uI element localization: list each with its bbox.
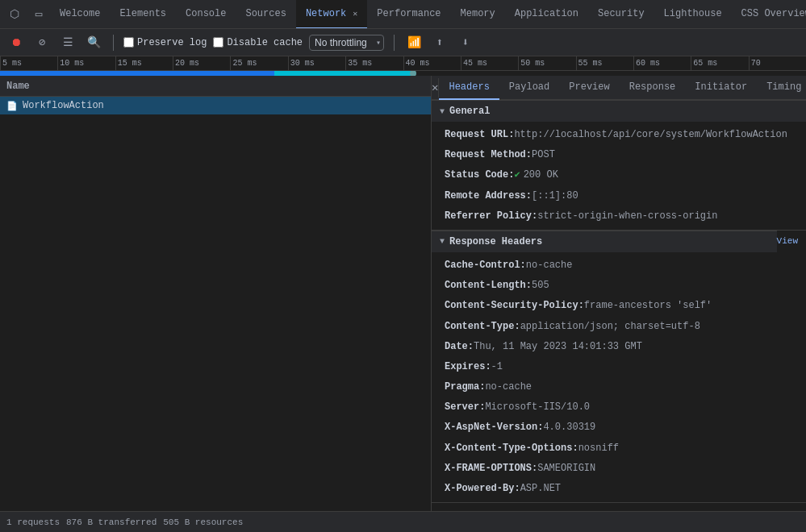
- dock-icon[interactable]: ⬡: [3, 3, 26, 26]
- tab-css-overview[interactable]: CSS Overview: [732, 0, 806, 29]
- tab-initiator[interactable]: Initiator: [685, 76, 757, 100]
- response-headers-section: ▼ Response Headers View Cache-Control: n…: [432, 231, 806, 503]
- general-section-header[interactable]: ▼ General: [432, 100, 806, 122]
- tab-response[interactable]: Response: [620, 76, 686, 100]
- download-icon[interactable]: ⬇: [456, 33, 475, 52]
- tab-sources[interactable]: Sources: [236, 0, 295, 29]
- x-powered-by-row: X-Powered-By: ASP.NET: [432, 479, 806, 499]
- progress-dot: [410, 71, 416, 76]
- tick-0: 5 ms: [0, 56, 57, 71]
- cache-control-value: no-cache: [526, 258, 573, 273]
- device-icon[interactable]: ▭: [27, 3, 50, 26]
- tab-timing[interactable]: Timing: [757, 76, 806, 100]
- request-method-value: POST: [532, 148, 555, 163]
- more-menu-button[interactable]: ☰: [58, 33, 77, 52]
- upload-icon[interactable]: ⬆: [430, 33, 449, 52]
- tab-performance[interactable]: Performance: [367, 0, 450, 29]
- csp-row: Content-Security-Policy: frame-ancestors…: [432, 296, 806, 316]
- tab-security[interactable]: Security: [588, 0, 654, 29]
- cache-control-row: Cache-Control: no-cache: [432, 256, 806, 276]
- x-content-type-options-value: nosniff: [578, 441, 619, 456]
- status-ok-icon: ✔: [514, 168, 520, 183]
- record-button[interactable]: ⏺: [6, 33, 26, 52]
- response-headers-section-header[interactable]: ▼ Response Headers: [432, 231, 777, 252]
- remote-address-row: Remote Address: [::1]:80: [432, 186, 806, 206]
- content-length-key: Content-Length:: [445, 278, 532, 293]
- stop-recording-button[interactable]: ⊘: [32, 33, 52, 52]
- preserve-log-checkbox[interactable]: [123, 37, 134, 48]
- timeline-progress: [0, 71, 806, 76]
- disable-cache-label[interactable]: Disable cache: [213, 37, 303, 48]
- expires-key: Expires:: [445, 360, 491, 375]
- tab-application[interactable]: Application: [505, 0, 588, 29]
- request-url-row: Request URL: http://localhost/api/core/s…: [432, 125, 806, 145]
- date-key: Date:: [445, 339, 474, 355]
- file-name: WorkflowAction: [23, 100, 104, 111]
- tab-memory[interactable]: Memory: [451, 0, 505, 29]
- disable-cache-checkbox[interactable]: [213, 37, 223, 48]
- devtools-icons: ⬡ ▭: [0, 3, 50, 26]
- preserve-log-label[interactable]: Preserve log: [123, 37, 207, 48]
- status-bar: 1 requests 876 B transferred 505 B resou…: [0, 511, 806, 532]
- requests-count: 1 requests: [6, 517, 60, 527]
- content-type-row: Content-Type: application/json; charset=…: [432, 317, 806, 337]
- csp-key: Content-Security-Policy:: [445, 298, 584, 314]
- separator-2: [394, 35, 395, 51]
- content-length-value: 505: [532, 278, 549, 293]
- tab-console[interactable]: Console: [176, 0, 236, 29]
- request-url-key: Request URL:: [445, 127, 514, 143]
- aspnet-version-row: X-AspNet-Version: 4.0.30319: [432, 418, 806, 438]
- network-row-workflowaction[interactable]: 📄 WorkflowAction: [0, 97, 431, 114]
- tick-5: 30 ms: [288, 56, 345, 71]
- x-content-type-options-row: X-Content-Type-Options: nosniff: [432, 438, 806, 459]
- tick-2: 15 ms: [115, 56, 173, 71]
- general-section-content: Request URL: http://localhost/api/core/s…: [432, 122, 806, 230]
- file-icon: 📄: [6, 101, 18, 111]
- view-source-link[interactable]: View: [777, 236, 798, 246]
- server-key: Server:: [445, 400, 485, 415]
- x-powered-by-key: X-Powered-By:: [445, 481, 520, 497]
- x-frame-options-value: SAMEORIGIN: [537, 461, 595, 476]
- status-code-row: Status Code: ✔ 200 OK: [432, 165, 806, 185]
- tick-10: 55 ms: [576, 56, 633, 71]
- tick-7: 40 ms: [403, 56, 461, 71]
- referrer-policy-key: Referrer Policy:: [445, 209, 537, 224]
- main-layout: Name 📄 WorkflowAction ✕ Headers Payload …: [0, 76, 806, 511]
- tick-9: 50 ms: [518, 56, 575, 71]
- tab-headers[interactable]: Headers: [439, 76, 499, 100]
- tick-6: 35 ms: [345, 56, 403, 71]
- aspnet-version-key: X-AspNet-Version:: [445, 420, 543, 435]
- content-type-key: Content-Type:: [445, 319, 520, 335]
- tab-lighthouse[interactable]: Lighthouse: [654, 0, 732, 29]
- response-headers-section-content: Cache-Control: no-cache Content-Length: …: [432, 252, 806, 502]
- response-headers-chevron-icon: ▼: [440, 237, 445, 246]
- wifi-icon[interactable]: 📶: [404, 33, 424, 52]
- search-button[interactable]: 🔍: [84, 33, 103, 52]
- tick-1: 10 ms: [57, 56, 115, 71]
- x-frame-options-row: X-FRAME-OPTIONS: SAMEORIGIN: [432, 459, 806, 479]
- tick-11: 60 ms: [633, 56, 691, 71]
- progress-blue: [0, 71, 274, 76]
- remote-address-key: Remote Address:: [445, 189, 532, 204]
- throttle-wrapper: No throttling: [309, 35, 384, 51]
- separator-1: [113, 35, 114, 51]
- tab-preview[interactable]: Preview: [559, 76, 619, 100]
- tab-close-icon[interactable]: ✕: [353, 9, 357, 19]
- tick-12: 65 ms: [691, 56, 748, 71]
- tab-network[interactable]: Network ✕: [296, 0, 367, 29]
- tab-welcome[interactable]: Welcome: [50, 0, 110, 29]
- x-powered-by-value: ASP.NET: [520, 481, 561, 497]
- right-panel-close-button[interactable]: ✕: [432, 78, 439, 98]
- throttle-select[interactable]: No throttling: [309, 35, 384, 51]
- right-panel: ✕ Headers Payload Preview Response Initi…: [432, 76, 806, 511]
- pragma-key: Pragma:: [445, 380, 485, 395]
- tab-elements[interactable]: Elements: [110, 0, 176, 29]
- expires-value: -1: [491, 360, 503, 375]
- aspnet-version-value: 4.0.30319: [543, 420, 595, 435]
- content-length-row: Content-Length: 505: [432, 276, 806, 296]
- tab-payload[interactable]: Payload: [499, 76, 559, 100]
- referrer-policy-row: Referrer Policy: strict-origin-when-cros…: [432, 206, 806, 227]
- timeline-track: [0, 71, 411, 76]
- request-method-key: Request Method:: [445, 148, 532, 163]
- network-toolbar: ⏺ ⊘ ☰ 🔍 Preserve log Disable cache No th…: [0, 29, 806, 56]
